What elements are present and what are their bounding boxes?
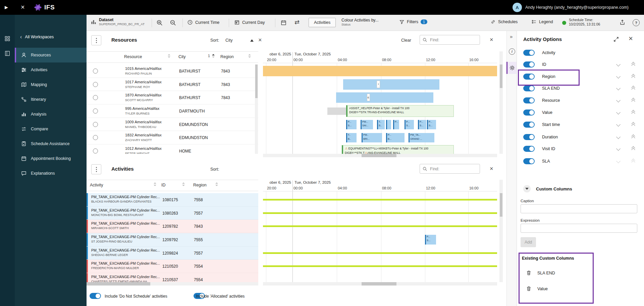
- calendar-picker-icon[interactable]: [280, 19, 287, 26]
- activity-row[interactable]: PM_TANK_EXCHANGE-PM Cylinder Rec... ST J…: [87, 233, 258, 247]
- resources-find-input[interactable]: [429, 37, 475, 43]
- double-chevron-up-icon[interactable]: [631, 62, 635, 67]
- add-custom-column-button[interactable]: Add: [521, 237, 536, 247]
- resource-radio[interactable]: [93, 148, 98, 154]
- dataset-button[interactable]: Dataset SUPERIOR_PROD_BC_PR_AT: [91, 17, 145, 26]
- sla-end-toggle[interactable]: [523, 85, 535, 91]
- id-toggle[interactable]: [523, 61, 535, 68]
- colour-activities-by-button[interactable]: Colour Activities by... Status: [341, 18, 378, 27]
- double-chevron-up-icon[interactable]: [631, 86, 635, 91]
- chevron-down-icon[interactable]: [616, 74, 621, 79]
- double-chevron-up-icon[interactable]: [631, 98, 635, 103]
- export-icon[interactable]: [619, 19, 626, 26]
- resource-radio[interactable]: [93, 69, 98, 74]
- zoom-out-icon[interactable]: [170, 19, 176, 26]
- sidebar-item-resources[interactable]: Resources: [15, 48, 87, 62]
- gantt-bar-activity[interactable]: P...S...: [427, 120, 436, 129]
- options-gear-tab[interactable]: [506, 62, 517, 74]
- gantt-bar-activity[interactable]: ASSIST_HELPER-Peter & Tyler - install TX…: [346, 105, 454, 117]
- custom-columns-collapse-button[interactable]: [523, 185, 531, 192]
- activities-gantt[interactable]: ober 6, 2025 Tue, October 7, 2025 20:00 …: [263, 180, 497, 282]
- gantt-bar-activity[interactable]: P... S...: [425, 235, 436, 245]
- double-chevron-up-icon[interactable]: [631, 146, 635, 151]
- column-header-resource[interactable]: Resource: [124, 54, 142, 59]
- resource-radio[interactable]: [93, 122, 98, 127]
- gantt-bar-activity[interactable]: P...S...: [405, 120, 414, 129]
- zoom-in-icon[interactable]: [156, 19, 163, 26]
- sort-carets-icon[interactable]: [154, 182, 156, 186]
- gantt-bar-activity[interactable]: T..S..: [377, 120, 385, 129]
- current-time-button[interactable]: Current Time: [187, 19, 219, 25]
- resource-row[interactable]: 1832 America/Halifax ZACHARY KNOTT EDMUN…: [87, 131, 258, 144]
- close-options-icon[interactable]: ×: [629, 35, 633, 42]
- activities-menu-button[interactable]: [91, 164, 101, 174]
- avatar[interactable]: A: [513, 3, 522, 12]
- caption-input[interactable]: [521, 204, 637, 213]
- sidebar-item-appointment-booking[interactable]: Appointment Booking: [15, 151, 87, 166]
- include-do-not-schedule-toggle[interactable]: [90, 293, 101, 299]
- activities-find-input[interactable]: [429, 166, 475, 172]
- chevron-down-icon[interactable]: [616, 110, 621, 115]
- sidebar-item-explanations[interactable]: Explanations: [15, 166, 87, 181]
- info-icon[interactable]: i: [509, 48, 515, 55]
- resource-radio[interactable]: [93, 108, 98, 114]
- resource-row[interactable]: 1009 America/Halifax MANIEL THIBODEAU ED…: [87, 118, 258, 131]
- sidebar-item-analysis[interactable]: Analysis: [15, 107, 87, 122]
- gantt-bar-activity[interactable]: ⚠ EQUIPMENTINST**LL<400KBTU-Peter & Tyle…: [342, 145, 454, 154]
- sort-carets-icon[interactable]: [215, 182, 218, 186]
- gantt-bar-activity[interactable]: T..B..: [346, 133, 357, 142]
- resource-row[interactable]: 1015 America/Halifax RICHARD PAULIN BATH…: [87, 64, 258, 78]
- collapse-panel-icon[interactable]: »: [510, 34, 513, 39]
- gantt-activity-marker[interactable]: E: [367, 94, 370, 101]
- activity-row[interactable]: PM_TANK_EXCHANGE-PM Cylinder Rec... MONC…: [87, 207, 258, 220]
- chevron-down-icon[interactable]: [616, 86, 621, 90]
- visit-id-toggle[interactable]: [523, 146, 535, 152]
- resources-find-clear-icon[interactable]: ×: [490, 37, 493, 43]
- gantt-bar-activity[interactable]: P...B...: [386, 133, 405, 142]
- column-header-id[interactable]: ID: [161, 183, 166, 187]
- chevron-down-icon[interactable]: [616, 146, 621, 151]
- gantt-activity-marker[interactable]: I: [377, 81, 380, 88]
- schedules-button[interactable]: Schedules: [490, 19, 518, 25]
- chevron-down-icon[interactable]: [616, 122, 621, 127]
- expand-menu-icon[interactable]: ▶: [5, 5, 8, 10]
- close-workspace-icon[interactable]: ×: [21, 4, 25, 10]
- gantt-bar-activity[interactable]: P...: [393, 120, 399, 129]
- activities-toolbar-button[interactable]: Activities: [309, 18, 336, 27]
- expression-input[interactable]: [521, 224, 637, 233]
- activity-row[interactable]: PM_TANK_EXCHANGE-PM Cylinder Rec... MIRA…: [87, 220, 258, 233]
- resources-gantt[interactable]: ober 6, 2025 Tue, October 7, 2025 20:00 …: [263, 51, 497, 154]
- gantt-bar-activity[interactable]: P...S...: [346, 120, 357, 129]
- filters-button[interactable]: Filters 1: [399, 19, 427, 25]
- chevron-down-icon[interactable]: [616, 62, 621, 67]
- value-toggle[interactable]: [523, 110, 535, 116]
- sidebar-item-schedule-assistance[interactable]: Schedule Assistance: [15, 136, 87, 151]
- double-chevron-up-icon[interactable]: [631, 110, 635, 115]
- resource-row[interactable]: 1012 America/Halifax PETER WRIGHT HOME: [87, 144, 258, 154]
- gantt-bar-activity[interactable]: PM...SAI...: [361, 120, 373, 129]
- duration-toggle[interactable]: [523, 134, 535, 140]
- activity-row[interactable]: PM_TANK_EXCHANGE-PM Cylinder Rec... BLAC…: [87, 193, 258, 207]
- gantt-bar-activity[interactable]: P...S...: [418, 120, 426, 129]
- help-icon[interactable]: ?: [633, 19, 640, 26]
- sort-carets-icon[interactable]: [182, 182, 185, 186]
- sort-carets-icon[interactable]: [212, 54, 215, 58]
- resource-row[interactable]: 1017 America/Halifax STEPHANE ROY BATHUR…: [87, 78, 258, 91]
- double-chevron-up-icon[interactable]: [631, 135, 635, 139]
- gantt-bar-activity[interactable]: PM..BRI...: [362, 133, 382, 142]
- expand-panel-icon[interactable]: [613, 36, 619, 42]
- resources-clear-button[interactable]: Clear: [401, 38, 411, 43]
- activity-row[interactable]: PM_TANK_EXCHANGE-PM Cylinder Rec... CHAR…: [87, 273, 258, 282]
- resources-menu-button[interactable]: [91, 35, 101, 45]
- all-workspaces-back[interactable]: ‹ All Workspaces: [20, 34, 54, 40]
- double-chevron-up-icon[interactable]: [631, 159, 635, 164]
- resource-radio[interactable]: [93, 82, 98, 87]
- sort-carets-icon[interactable]: [168, 54, 170, 58]
- legend-button[interactable]: Legend: [531, 19, 553, 25]
- sort-clear-icon[interactable]: ×: [258, 37, 262, 43]
- sort-ascending-icon[interactable]: [250, 39, 254, 42]
- gantt-bar-shift[interactable]: [336, 92, 433, 103]
- delete-sla-end-icon[interactable]: [526, 270, 532, 276]
- region-toggle[interactable]: [523, 74, 535, 80]
- gantt-bar-shift[interactable]: [343, 79, 439, 90]
